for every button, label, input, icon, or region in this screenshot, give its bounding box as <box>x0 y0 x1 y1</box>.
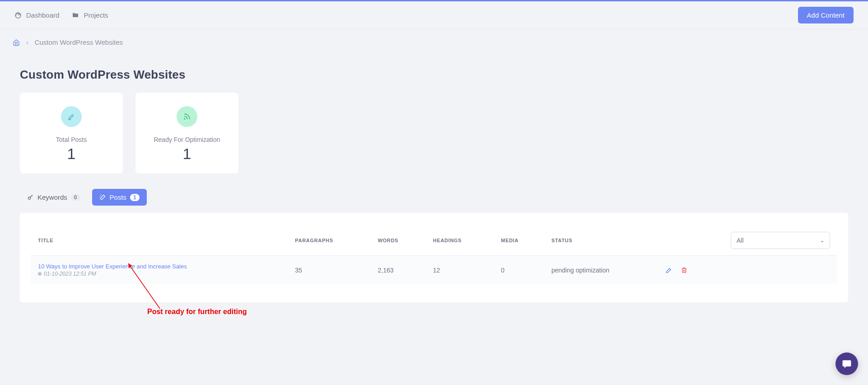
annotation-arrow <box>124 259 169 313</box>
tab-keywords-count: 0 <box>71 194 80 201</box>
nav-dashboard-label: Dashboard <box>26 11 59 19</box>
gauge-icon <box>14 12 22 19</box>
rss-icon <box>183 113 191 121</box>
rss-icon-circle <box>177 106 197 127</box>
th-paragraphs: PARAGRAPHS <box>288 225 370 256</box>
edit-icon-circle <box>61 106 82 127</box>
page-container: Custom WordPress Websites Total Posts 1 … <box>0 68 868 320</box>
nav-dashboard[interactable]: Dashboard <box>14 11 59 19</box>
row-actions <box>665 267 830 274</box>
th-filter: All ⌄ <box>658 225 837 256</box>
status-filter-wrap: All ⌄ <box>731 232 830 249</box>
status-dot-icon <box>38 272 42 276</box>
cell-status: pending optimization <box>544 256 658 285</box>
chevron-right-icon: › <box>26 39 28 46</box>
pencil-icon <box>67 113 75 121</box>
home-icon[interactable] <box>13 39 20 46</box>
th-status: STATUS <box>544 225 658 256</box>
tabs: Keywords 0 Posts 1 <box>20 189 848 206</box>
stat-cards: Total Posts 1 Ready For Optimization 1 <box>20 93 848 174</box>
nav-projects[interactable]: Projects <box>72 11 108 19</box>
trash-icon[interactable] <box>681 267 688 274</box>
cell-media: 0 <box>494 256 544 285</box>
cell-headings: 12 <box>426 256 494 285</box>
add-content-button[interactable]: Add Content <box>798 7 854 23</box>
card-total-posts: Total Posts 1 <box>20 93 123 174</box>
key-icon <box>27 194 34 201</box>
post-timestamp: 01-10-2023 12:51 PM <box>44 271 96 277</box>
th-words: WORDS <box>370 225 425 256</box>
main-nav: Dashboard Projects Add Content <box>0 1 868 29</box>
nav-left: Dashboard Projects <box>14 11 108 19</box>
stat-total-label: Total Posts <box>29 136 114 143</box>
tab-posts[interactable]: Posts 1 <box>92 189 147 206</box>
card-ready-optimization: Ready For Optimization 1 <box>135 93 238 174</box>
tab-posts-label: Posts <box>110 193 127 201</box>
stat-ready-value: 1 <box>145 145 229 163</box>
cell-words: 2,163 <box>370 256 425 285</box>
posts-panel: TITLE PARAGRAPHS WORDS HEADINGS MEDIA ST… <box>20 213 848 302</box>
wand-icon <box>99 194 106 201</box>
page-title: Custom WordPress Websites <box>20 68 848 82</box>
nav-projects-label: Projects <box>84 11 108 19</box>
edit-icon[interactable] <box>665 267 672 274</box>
svg-point-1 <box>184 119 185 120</box>
th-title: TITLE <box>31 225 288 256</box>
th-media: MEDIA <box>494 225 544 256</box>
stat-ready-label: Ready For Optimization <box>145 136 229 143</box>
tab-posts-count: 1 <box>130 194 140 201</box>
svg-point-2 <box>28 197 31 199</box>
folder-icon <box>72 12 79 19</box>
th-headings: HEADINGS <box>426 225 494 256</box>
svg-line-3 <box>128 263 160 309</box>
breadcrumb: › Custom WordPress Websites <box>0 29 868 55</box>
status-filter[interactable]: All <box>731 232 830 249</box>
cell-paragraphs: 35 <box>288 256 370 285</box>
stat-total-value: 1 <box>29 145 114 163</box>
cell-actions <box>658 256 837 285</box>
annotation-text: Post ready for further editing <box>147 308 247 316</box>
tab-keywords[interactable]: Keywords 0 <box>20 189 88 206</box>
breadcrumb-current: Custom WordPress Websites <box>35 38 123 46</box>
tab-keywords-label: Keywords <box>37 193 67 201</box>
